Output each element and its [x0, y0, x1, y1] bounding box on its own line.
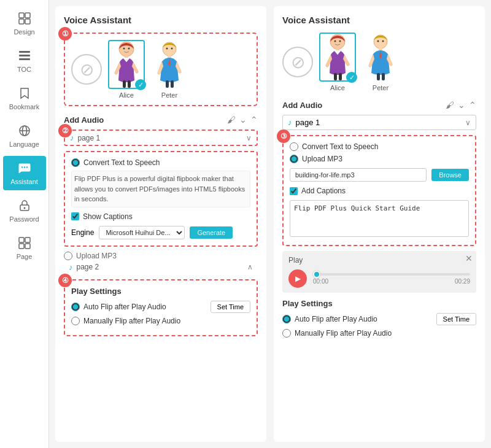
time-end: 00:29 — [455, 278, 470, 285]
convert-tts-label: Convert Text to Speech — [83, 158, 160, 167]
right-upload-mp3-label: Upload MP3 — [302, 155, 342, 163]
avatar-alice[interactable]: ✓ Alice — [108, 40, 145, 99]
svg-rect-23 — [123, 80, 126, 88]
add-captions-label: Add Captions — [301, 187, 346, 195]
right-chevron-down-icon: ∨ — [465, 118, 471, 127]
caption-textarea[interactable]: Flip PDF Plus Quick Start Guide — [290, 200, 469, 237]
right-manually-flip-radio[interactable] — [282, 329, 291, 338]
avatar-disabled[interactable]: ⊘ — [71, 54, 102, 85]
svg-point-21 — [128, 48, 130, 50]
design-icon — [17, 11, 32, 26]
generate-button[interactable]: Generate — [190, 226, 233, 239]
right-convert-tts-radio[interactable] — [290, 142, 298, 151]
right-sort-down-icon[interactable]: ⌄ — [458, 100, 465, 110]
sidebar-item-toc[interactable]: TOC — [3, 44, 46, 78]
progress-container: 00:00 00:29 — [313, 273, 470, 285]
right-play-settings: Play Settings Auto Flip after Play Audio… — [282, 299, 476, 338]
play-settings-title: Play Settings — [71, 287, 250, 296]
right-avatar-alice[interactable]: ✓ Alice — [319, 33, 356, 91]
play-bar-close[interactable]: ✕ — [465, 253, 473, 263]
sort-down-icon[interactable]: ⌄ — [239, 115, 247, 125]
right-disabled-icon: ⊘ — [282, 47, 313, 77]
add-captions-checkbox[interactable] — [290, 187, 298, 195]
sidebar-item-bookmark[interactable]: Bookmark — [3, 81, 46, 115]
password-icon — [17, 198, 32, 213]
right-page1-row[interactable]: ♪ page 1 ∨ — [282, 115, 476, 130]
browse-button[interactable]: Browse — [431, 169, 469, 181]
tts-text: Flip PDF Plus is a powerful digital flip… — [71, 171, 250, 207]
show-captions-checkbox[interactable] — [71, 212, 79, 220]
progress-thumb — [313, 271, 320, 278]
right-auto-flip-radio[interactable] — [282, 315, 291, 323]
right-manually-flip-row: Manually Flip after Play Audio — [282, 329, 476, 338]
auto-flip-radio[interactable] — [71, 303, 80, 311]
brush-icon[interactable]: 🖌 — [227, 115, 236, 125]
right-brush-icon[interactable]: 🖌 — [446, 100, 454, 110]
sort-up-icon[interactable]: ⌃ — [250, 115, 258, 125]
right-panel: Voice Assistant ⊘ — [274, 6, 485, 442]
badge-1: ① — [58, 27, 72, 41]
page1-row[interactable]: ② ♪ page 1 ∨ — [64, 129, 258, 146]
manually-flip-radio[interactable] — [71, 317, 80, 325]
sidebar-item-language[interactable]: Language — [3, 118, 46, 153]
sidebar-item-page[interactable]: Page — [3, 231, 46, 265]
right-convert-tts-row: Convert Text to Speech — [290, 142, 469, 151]
right-sort-up-icon[interactable]: ⌃ — [469, 100, 476, 110]
chevron-icon: ∨ — [246, 134, 252, 142]
right-alice-img: ✓ — [319, 33, 356, 82]
engine-row: Engine Microsoft Huihui De... Generate — [71, 226, 250, 239]
engine-select[interactable]: Microsoft Huihui De... — [99, 226, 185, 239]
sidebar-item-password-label: Password — [9, 215, 39, 223]
badge-4: ④ — [58, 274, 72, 287]
language-icon — [17, 123, 32, 138]
auto-flip-label: Auto Flip after Play Audio — [83, 303, 166, 311]
page2-row[interactable]: ♪ page 2 ∧ — [64, 260, 258, 274]
sidebar-item-design[interactable]: Design — [3, 6, 46, 41]
svg-point-33 — [339, 41, 341, 42]
sidebar-item-assistant[interactable]: Assistant — [3, 156, 46, 190]
peter-img — [151, 40, 188, 89]
convert-tts-radio[interactable] — [71, 158, 80, 167]
set-time-button[interactable]: Set Time — [211, 301, 250, 313]
page2-label: ♪ page 2 — [69, 263, 99, 272]
play-button[interactable]: ▶ — [288, 269, 307, 288]
progress-bar[interactable] — [313, 273, 470, 276]
right-set-time-button[interactable]: Set Time — [436, 313, 476, 325]
right-avatar-section: ⊘ — [282, 33, 476, 91]
page1-label: ♪ page 1 — [70, 133, 100, 142]
svg-point-27 — [171, 48, 172, 50]
svg-rect-41 — [377, 73, 380, 80]
right-alice-checkmark: ✓ — [346, 72, 357, 83]
svg-rect-16 — [25, 238, 30, 242]
convert-tts-box: Convert Text to Speech Flip PDF Plus is … — [64, 151, 258, 247]
sidebar-item-password[interactable]: Password — [3, 193, 46, 228]
right-panel-title: Voice Assistant — [282, 15, 476, 25]
right-manually-flip-label: Manually Flip after Play Audio — [295, 329, 392, 338]
right-upload-section: ③ Convert Text to Speech Upload MP3 Brow… — [282, 135, 476, 246]
right-play-settings-title: Play Settings — [282, 299, 476, 308]
filename-input[interactable] — [290, 168, 427, 182]
upload-mp3-radio[interactable] — [64, 252, 72, 260]
svg-point-10 — [21, 166, 22, 168]
avatar-peter[interactable]: Peter — [151, 40, 188, 99]
right-convert-tts-label: Convert Text to Speech — [302, 142, 379, 151]
right-upload-mp3-radio[interactable] — [290, 155, 298, 163]
right-page1-label: ♪ page 1 — [288, 118, 320, 127]
auto-flip-row: Auto Flip after Play Audio Set Time — [71, 301, 250, 313]
svg-rect-29 — [166, 80, 169, 88]
sidebar-item-design-label: Design — [14, 28, 34, 36]
svg-rect-4 — [19, 51, 30, 53]
svg-rect-5 — [19, 55, 30, 56]
sidebar-item-toc-label: TOC — [17, 66, 31, 73]
upload-mp3-row: Upload MP3 — [64, 252, 258, 260]
right-avatar-peter[interactable]: Peter — [362, 33, 399, 91]
peter-label: Peter — [161, 91, 177, 99]
right-peter-label: Peter — [373, 84, 389, 91]
right-avatar-disabled[interactable]: ⊘ — [282, 47, 313, 77]
svg-point-26 — [166, 48, 168, 50]
svg-rect-30 — [171, 80, 174, 88]
play-label: Play — [288, 256, 303, 265]
toc-icon — [17, 48, 32, 63]
music-icon-2: ♪ — [69, 263, 73, 272]
show-captions-row: Show Captions — [71, 212, 250, 221]
